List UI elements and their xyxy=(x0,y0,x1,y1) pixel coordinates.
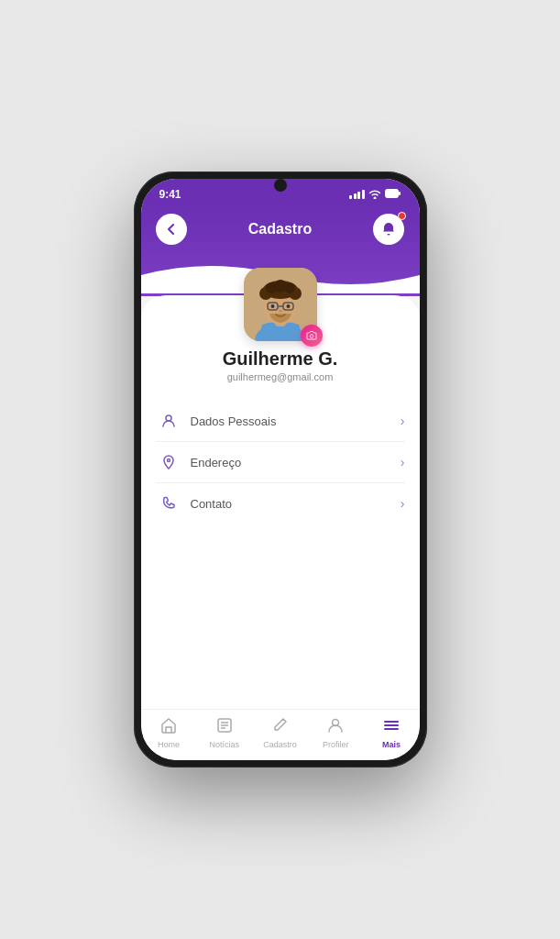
svg-point-11 xyxy=(274,280,287,293)
user-name: Guilherme G. xyxy=(223,348,338,370)
content-area: Guilherme G. guilhermeg@gmail.com Dados … xyxy=(141,295,420,709)
menu-icon xyxy=(383,717,400,738)
nav-item-noticias[interactable]: Notícias xyxy=(196,717,252,749)
svg-point-18 xyxy=(310,335,313,338)
notification-button[interactable] xyxy=(373,214,404,245)
nav-item-home[interactable]: Home xyxy=(141,717,197,749)
notification-badge xyxy=(398,212,406,220)
wifi-icon xyxy=(368,189,381,201)
camera-button[interactable] xyxy=(301,325,323,347)
profile-card: Guilherme G. guilhermeg@gmail.com Dados … xyxy=(141,295,420,524)
svg-point-16 xyxy=(286,304,290,308)
phone-icon xyxy=(156,496,181,511)
svg-point-17 xyxy=(279,310,282,313)
nav-item-cadastro[interactable]: Cadastro xyxy=(252,717,308,749)
svg-point-19 xyxy=(166,415,171,421)
menu-list: Dados Pessoais › Endereço › xyxy=(141,401,420,524)
battery-icon xyxy=(385,189,401,200)
menu-label-endereco: Endereço xyxy=(191,456,401,470)
bottom-nav: Home Notícias Cadastro xyxy=(141,709,420,760)
phone-notch xyxy=(274,179,287,192)
menu-item-endereco[interactable]: Endereço › xyxy=(156,442,405,483)
menu-label-contato: Contato xyxy=(191,497,401,511)
nav-item-profiler[interactable]: Profiler xyxy=(308,717,364,749)
chevron-right-icon: › xyxy=(401,414,405,428)
menu-label-dados-pessoais: Dados Pessoais xyxy=(191,414,401,428)
nav-label-mais: Mais xyxy=(382,740,401,749)
nav-label-noticias: Notícias xyxy=(209,740,239,749)
chevron-right-icon-3: › xyxy=(401,496,405,511)
svg-rect-0 xyxy=(385,190,398,198)
person-icon xyxy=(327,717,344,738)
menu-item-contato[interactable]: Contato › xyxy=(156,483,405,524)
back-button[interactable] xyxy=(156,214,187,245)
page-title: Cadastro xyxy=(248,221,312,238)
home-icon xyxy=(160,717,177,738)
avatar-wrapper xyxy=(244,268,317,341)
chevron-right-icon-2: › xyxy=(401,455,405,470)
location-icon xyxy=(156,455,181,470)
user-icon xyxy=(156,414,181,428)
svg-point-20 xyxy=(167,459,170,462)
news-icon xyxy=(216,717,233,738)
nav-item-mais[interactable]: Mais xyxy=(364,717,420,749)
user-email: guilhermeg@gmail.com xyxy=(227,371,334,382)
edit-icon xyxy=(271,717,288,738)
svg-rect-1 xyxy=(399,192,401,195)
status-time: 9:41 xyxy=(159,188,181,201)
nav-label-profiler: Profiler xyxy=(323,740,349,749)
nav-label-home: Home xyxy=(158,740,180,749)
menu-item-dados-pessoais[interactable]: Dados Pessoais › xyxy=(156,401,405,442)
signal-icon xyxy=(349,190,365,199)
nav-label-cadastro: Cadastro xyxy=(263,740,297,749)
svg-point-15 xyxy=(270,304,274,308)
status-icons xyxy=(349,189,401,201)
